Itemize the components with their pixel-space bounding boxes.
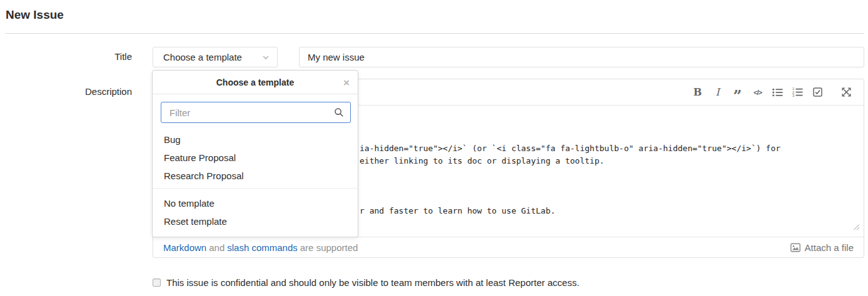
close-icon[interactable]: ×: [343, 77, 350, 87]
bold-icon[interactable]: B: [692, 86, 704, 99]
dropdown-title: Choose a template: [216, 77, 294, 87]
choose-template-dropdown-panel: Choose a template × Bug Feature Proposal…: [152, 70, 358, 237]
page-title: New Issue: [6, 8, 64, 22]
bullet-list-icon[interactable]: [772, 86, 784, 99]
template-option-no-template[interactable]: No template: [153, 194, 358, 212]
confidential-option-row: This issue is confidential and should on…: [153, 277, 579, 288]
slash-commands-link[interactable]: slash commands: [227, 242, 298, 253]
numbered-list-icon[interactable]: 123: [792, 86, 804, 99]
confidential-label: This issue is confidential and should on…: [166, 277, 579, 288]
template-list: Bug Feature Proposal Research Proposal N…: [153, 131, 358, 230]
footer-suffix-text: are supported: [300, 242, 358, 253]
dropdown-header: Choose a template ×: [153, 71, 358, 94]
issue-title-input[interactable]: [299, 47, 864, 67]
search-icon: [334, 107, 344, 117]
template-option-research-proposal[interactable]: Research Proposal: [153, 167, 358, 185]
footer-and-text: and: [209, 242, 225, 253]
textarea-resize-handle[interactable]: [853, 224, 860, 230]
dropdown-divider: [153, 188, 358, 189]
header-divider: [5, 33, 864, 34]
chevron-down-icon: [262, 55, 270, 60]
title-label: Title: [0, 51, 132, 62]
template-option-bug[interactable]: Bug: [153, 131, 358, 149]
fullscreen-icon[interactable]: [840, 86, 852, 99]
description-textarea-content[interactable]: ia-hidden="true"></i>` (or `<i class="fa…: [360, 142, 780, 217]
italic-icon[interactable]: I: [712, 86, 724, 99]
template-option-reset-template[interactable]: Reset template: [153, 212, 358, 230]
code-icon[interactable]: </>: [752, 86, 764, 99]
template-option-feature-proposal[interactable]: Feature Proposal: [153, 149, 358, 167]
attach-file-button[interactable]: Attach a file: [790, 242, 854, 253]
description-label: Description: [0, 86, 132, 97]
markdown-help-text: Markdownandslash commandsare supported: [163, 242, 360, 253]
editor-footer: Markdownandslash commandsare supported A…: [153, 237, 864, 258]
quote-icon[interactable]: ”: [732, 86, 744, 99]
attach-image-icon: [790, 243, 800, 252]
task-list-icon[interactable]: [812, 86, 824, 99]
confidential-checkbox[interactable]: [153, 279, 161, 287]
template-filter-input[interactable]: [161, 102, 351, 123]
attach-file-label: Attach a file: [805, 242, 854, 253]
markdown-link[interactable]: Markdown: [163, 242, 206, 253]
choose-template-button-label: Choose a template: [163, 52, 242, 62]
choose-template-dropdown-button[interactable]: Choose a template: [153, 47, 278, 67]
svg-text:3: 3: [792, 94, 794, 97]
